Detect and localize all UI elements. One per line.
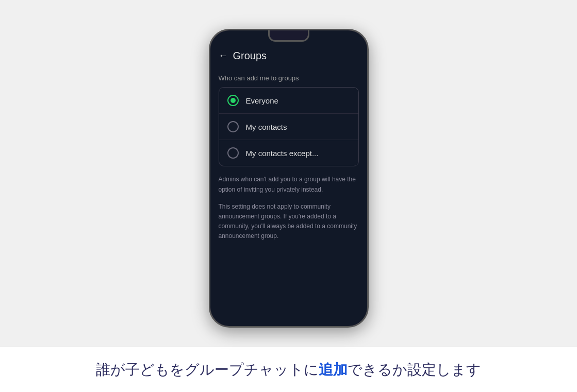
phone-area: ← Groups Who can add me to groups Everyo [209,0,369,347]
page-wrapper: ← Groups Who can add me to groups Everyo [0,0,577,392]
radio-circle-my-contacts [227,121,239,132]
screen-content: Who can add me to groups Everyone [210,68,367,326]
radio-inner-everyone [230,98,236,103]
bottom-caption: 誰が子どもをグループチャットに追加できるか設定します [0,347,577,392]
section-label: Who can add me to groups [219,74,359,82]
phone-frame: ← Groups Who can add me to groups Everyo [209,29,369,328]
radio-group: Everyone My contacts My contacts except.… [219,87,359,166]
phone-screen: ← Groups Who can add me to groups Everyo [210,30,367,326]
back-button[interactable]: ← [219,50,228,61]
caption-part2: できるか設定します [348,362,481,378]
radio-label-everyone: Everyone [246,96,278,105]
radio-label-my-contacts-except: My contacts except... [246,149,319,158]
screen-title: Groups [233,50,267,62]
radio-circle-everyone [227,95,239,106]
radio-circle-my-contacts-except [227,147,239,159]
description-text-2: This setting does not apply to community… [219,202,359,242]
radio-item-everyone[interactable]: Everyone [219,88,358,114]
caption-highlight: 追加 [319,362,348,378]
screen-header: ← Groups [210,45,367,68]
caption-part1: 誰が子どもをグループチャットに [96,362,319,378]
radio-item-my-contacts-except[interactable]: My contacts except... [219,140,358,166]
radio-item-my-contacts[interactable]: My contacts [219,114,358,140]
radio-label-my-contacts: My contacts [246,123,287,131]
caption-text: 誰が子どもをグループチャットに追加できるか設定します [21,360,556,380]
description-text-1: Admins who can't add you to a group will… [219,175,359,194]
phone-notch [268,30,309,42]
